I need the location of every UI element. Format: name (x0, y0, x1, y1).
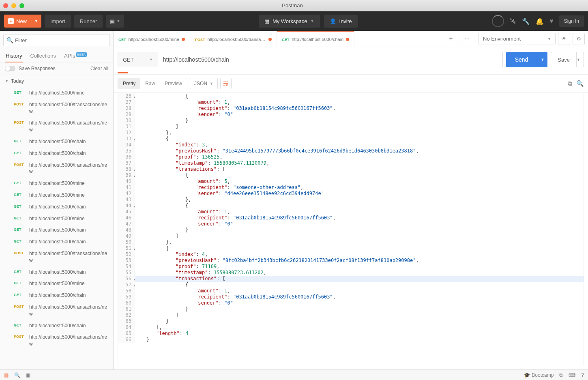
history-url: http://localhost:5000/chain (29, 238, 86, 245)
close-window-icon[interactable] (3, 3, 8, 8)
response-view-tabs: Pretty Raw Preview (118, 78, 187, 89)
history-item[interactable]: POSThttp://localhost:5000/transactions/n… (0, 99, 113, 118)
bootcamp-button[interactable]: 🎓Bootcamp (524, 372, 554, 378)
statusbar: ▥ 🔍 ▣ 🎓Bootcamp ⧉ ⌨ ? (0, 369, 588, 380)
history-url: http://localhost:5000/mine (29, 215, 85, 222)
url-input[interactable] (158, 52, 503, 67)
find-icon[interactable]: 🔍 (14, 372, 20, 378)
main-area: GEThttp://localhost:5000/minePOSThttp://… (114, 31, 588, 369)
save-button[interactable]: Save (551, 52, 577, 67)
filter-input[interactable] (3, 34, 110, 46)
history-item[interactable]: POSThttp://localhost:5000/transactions/n… (0, 248, 113, 266)
search-response-icon[interactable]: 🔍 (576, 80, 584, 87)
history-item[interactable]: POSThttp://localhost:5000/transactions/n… (0, 301, 113, 320)
open-new-button[interactable]: ▣ ▼ (106, 15, 124, 28)
beta-badge: BETA (76, 52, 87, 57)
tab-apis[interactable]: APIsBETA (60, 49, 91, 62)
send-button[interactable]: Send (506, 52, 537, 67)
history-method: POST (14, 101, 26, 106)
search-icon: 🔍 (6, 37, 13, 43)
heart-icon[interactable]: ♥ (549, 17, 554, 25)
tab-history[interactable]: History (2, 49, 26, 62)
history-url: http://localhost:5000/mine (29, 180, 85, 187)
history-item[interactable]: POSThttp://localhost:5000/transactions/n… (0, 331, 113, 350)
format-selector[interactable]: JSON▼ (190, 78, 218, 89)
history-item[interactable]: GEThttp://localhost:5000/mine (0, 178, 113, 189)
minimize-window-icon[interactable] (11, 3, 16, 8)
history-list: ▼ Today GEThttp://localhost:5000/minePOS… (0, 75, 113, 369)
view-preview[interactable]: Preview (160, 78, 187, 89)
history-group-today[interactable]: ▼ Today (0, 75, 113, 87)
console-icon[interactable]: ▣ (26, 372, 30, 378)
history-method: GET (14, 292, 26, 297)
maximize-window-icon[interactable] (19, 3, 24, 8)
history-item[interactable]: GEThttp://localhost:5000/chain (0, 236, 113, 248)
history-item[interactable]: POSThttp://localhost:5000/transactions/n… (0, 117, 113, 136)
two-pane-icon[interactable]: ⧉ (559, 372, 563, 378)
save-dropdown[interactable]: ▼ (573, 52, 584, 67)
sync-icon[interactable] (492, 15, 504, 27)
capture-icon[interactable]: 🛰 (510, 17, 516, 25)
history-method: GET (14, 150, 26, 155)
history-item[interactable]: GEThttp://localhost:5000/chain (0, 201, 113, 213)
modified-dot-icon (182, 38, 185, 41)
notifications-icon[interactable]: 🔔 (536, 17, 544, 25)
tab-method: GET (282, 37, 290, 42)
history-url: http://localhost:5000/transactions/new (29, 250, 108, 264)
send-dropdown[interactable]: ▼ (537, 52, 547, 67)
history-method: GET (14, 138, 26, 143)
add-tab-button[interactable]: ＋ (443, 31, 459, 47)
history-item[interactable]: POSThttp://localhost:5000/transactions/n… (0, 159, 113, 178)
history-item[interactable]: GEThttp://localhost:5000/chain (0, 320, 113, 332)
history-method: POST (14, 250, 26, 255)
history-item[interactable]: GEThttp://localhost:5000/mine (0, 87, 113, 99)
view-pretty[interactable]: Pretty (118, 78, 140, 89)
settings-icon[interactable]: 🔧 (522, 17, 530, 25)
environment-selector[interactable]: No Environment▼ (479, 33, 556, 45)
keyboard-shortcuts-icon[interactable]: ⌨ (569, 372, 575, 378)
tab-collections[interactable]: Collections (26, 49, 60, 62)
invite-button[interactable]: 👤 Invite (324, 15, 358, 28)
tab-url: http://localhost:5000/mine (129, 37, 179, 42)
request-tab[interactable]: GEThttp://localhost:5000/chain (277, 31, 354, 47)
history-item[interactable]: GEThttp://localhost:5000/mine (0, 213, 113, 225)
copy-response-icon[interactable]: ⧉ (568, 80, 572, 87)
window-title: Postman (24, 2, 560, 9)
response-body[interactable]: 26▾{27"amount": 1,28"recipient": "031aab… (118, 93, 584, 366)
history-method: GET (14, 215, 26, 220)
view-raw[interactable]: Raw (140, 78, 160, 89)
environment-settings-icon[interactable]: ⚙ (573, 33, 585, 45)
active-section-indicator (118, 72, 128, 73)
environment-quicklook-icon[interactable]: 👁 (558, 33, 570, 45)
history-method: GET (14, 269, 26, 274)
history-url: http://localhost:5000/chain (29, 269, 86, 276)
history-item[interactable]: GEThttp://localhost:5000/chain (0, 148, 113, 159)
signin-button[interactable]: Sign In (559, 15, 584, 27)
modified-dot-icon (268, 38, 272, 41)
runner-button[interactable]: Runner (74, 15, 103, 28)
help-icon[interactable]: ? (581, 372, 584, 378)
save-responses-toggle[interactable] (5, 66, 15, 71)
history-item[interactable]: GEThttp://localhost:5000/chain (0, 266, 113, 278)
history-item[interactable]: GEThttp://localhost:5000/chain (0, 136, 113, 148)
new-dropdown[interactable]: ▼ (31, 19, 41, 23)
new-button[interactable]: +New ▼ (4, 15, 41, 28)
request-tab[interactable]: GEThttp://localhost:5000/mine (114, 31, 190, 47)
save-responses-label: Save Responses (19, 66, 56, 71)
history-url: http://localhost:5000/transactions/new (29, 334, 108, 348)
history-url: http://localhost:5000/mine (29, 192, 85, 199)
history-method: GET (14, 227, 26, 232)
history-item[interactable]: GEThttp://localhost:5000/mine (0, 189, 113, 201)
clear-all-button[interactable]: Clear all (90, 66, 108, 71)
history-item[interactable]: GEThttp://localhost:5000/chain (0, 290, 113, 301)
import-button[interactable]: Import (45, 15, 71, 28)
method-selector[interactable]: GET▼ (118, 52, 158, 67)
history-item[interactable]: GEThttp://localhost:5000/chain (0, 224, 113, 236)
sidebar-toggle-icon[interactable]: ▥ (4, 372, 9, 378)
history-url: http://localhost:5000/chain (29, 292, 86, 299)
history-item[interactable]: GEThttp://localhost:5000/mine (0, 278, 113, 290)
tabs-more-button[interactable]: ⋯ (459, 31, 475, 47)
workspace-selector[interactable]: ▦ My Workspace ▼ (259, 15, 320, 28)
request-tab[interactable]: POSThttp://localhost:5000/transactic (190, 31, 277, 47)
wrap-lines-button[interactable] (220, 78, 232, 89)
